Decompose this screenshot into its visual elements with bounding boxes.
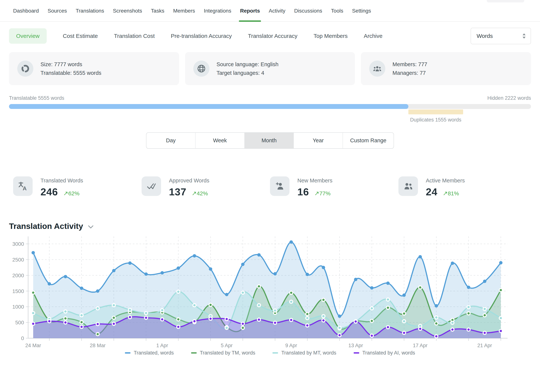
summary-card-2: Members: 777Managers: 77 xyxy=(361,52,531,85)
nav-item-sources[interactable]: Sources xyxy=(48,8,67,21)
donut-chart-icon xyxy=(17,60,33,77)
legend-swatch xyxy=(354,352,359,354)
svg-text:1 Apr: 1 Apr xyxy=(156,343,168,348)
svg-text:3000: 3000 xyxy=(12,241,24,247)
legend-item-translated-by-tm-words[interactable]: Translated by TM, words xyxy=(191,350,255,356)
duplicates-bar xyxy=(408,109,463,114)
subnav-item-translation-cost[interactable]: Translation Cost xyxy=(114,33,155,39)
legend-swatch xyxy=(272,352,278,354)
stat-growth: ↗77% xyxy=(314,190,330,197)
stat-translated-words: ATranslated Words246↗62% xyxy=(13,176,142,198)
reports-sub-navigation: OverviewCost EstimateTranslation CostPre… xyxy=(9,28,531,44)
svg-text:5 Apr: 5 Apr xyxy=(221,343,232,348)
subnav-item-top-members[interactable]: Top Members xyxy=(314,33,348,39)
globe-icon xyxy=(193,60,210,77)
nav-item-dashboard[interactable]: Dashboard xyxy=(13,8,39,21)
range-tab-custom-range[interactable]: Custom Range xyxy=(343,133,394,148)
svg-text:1000: 1000 xyxy=(12,304,24,310)
section-title: Translation Activity xyxy=(9,222,83,231)
stat-approved-words: Approved Words137↗42% xyxy=(142,176,270,198)
svg-text:2000: 2000 xyxy=(12,273,24,278)
legend-swatch xyxy=(125,352,130,354)
svg-text:28 Mar: 28 Mar xyxy=(90,343,105,348)
translation-activity-chart: 05001000150020002500300024 Mar28 Mar1 Ap… xyxy=(9,233,531,356)
nav-item-activity[interactable]: Activity xyxy=(269,8,285,21)
subnav-item-overview[interactable]: Overview xyxy=(9,28,47,44)
stat-value: 246 xyxy=(40,186,58,198)
svg-text:0: 0 xyxy=(21,335,24,341)
summary-card-text: Size: 7777 wordsTranslatable: 5555 words xyxy=(40,60,101,77)
duplicates-label: Duplicates 1555 words xyxy=(410,117,461,123)
svg-text:500: 500 xyxy=(15,320,24,325)
stat-value: 137 xyxy=(169,186,186,198)
nav-item-translations[interactable]: Translations xyxy=(76,8,104,21)
words-progress-bar xyxy=(9,104,531,109)
translate-icon: A xyxy=(13,176,33,196)
people-icon xyxy=(398,176,418,196)
growth-arrow-icon: ↗ xyxy=(314,190,319,197)
nav-item-discussions[interactable]: Discussions xyxy=(294,8,322,21)
legend-label: Translated, words xyxy=(134,350,174,356)
project-summary-cards: Size: 7777 wordsTranslatable: 5555 words… xyxy=(9,52,531,85)
range-tab-year[interactable]: Year xyxy=(294,133,343,148)
subnav-item-archive[interactable]: Archive xyxy=(364,33,382,39)
stat-value: 24 xyxy=(426,186,437,198)
nav-item-tools[interactable]: Tools xyxy=(331,8,343,21)
svg-text:A: A xyxy=(23,185,27,191)
hidden-label: Hidden 2222 words xyxy=(487,95,531,101)
svg-text:2500: 2500 xyxy=(12,257,24,263)
legend-label: Translated by AI, words xyxy=(362,350,415,356)
stat-growth: ↗81% xyxy=(443,190,459,197)
nav-item-screenshots[interactable]: Screenshots xyxy=(113,8,142,21)
legend-label: Translated by MT, words xyxy=(281,350,336,356)
activity-area-chart[interactable]: 05001000150020002500300024 Mar28 Mar1 Ap… xyxy=(9,233,531,349)
double-check-icon xyxy=(142,176,161,196)
legend-label: Translated by TM, words xyxy=(200,350,255,356)
stat-label: Active Members xyxy=(426,178,465,184)
stat-label: Translated Words xyxy=(40,178,83,184)
unit-select-value: Words xyxy=(477,33,493,39)
range-tab-day[interactable]: Day xyxy=(146,133,195,148)
stat-label: New Members xyxy=(297,178,332,184)
translatable-progress-fill xyxy=(9,104,408,109)
svg-text:1500: 1500 xyxy=(12,288,24,294)
nav-item-tasks[interactable]: Tasks xyxy=(151,8,165,21)
stat-label: Approved Words xyxy=(169,178,209,184)
nav-item-members[interactable]: Members xyxy=(173,8,195,21)
growth-arrow-icon: ↗ xyxy=(443,190,448,197)
chevron-down-icon[interactable] xyxy=(88,225,94,229)
legend-swatch xyxy=(191,352,197,354)
growth-arrow-icon: ↗ xyxy=(63,190,68,197)
legend-item-translated-words[interactable]: Translated, words xyxy=(125,350,174,356)
person-add-icon xyxy=(270,176,290,196)
svg-text:9 Apr: 9 Apr xyxy=(285,343,297,348)
subnav-item-translator-accuracy[interactable]: Translator Accuracy xyxy=(248,33,297,39)
subnav-item-pre-translation-accuracy[interactable]: Pre-translation Accuracy xyxy=(171,33,232,39)
range-tab-week[interactable]: Week xyxy=(195,133,245,148)
stat-growth: ↗62% xyxy=(63,190,80,197)
nav-item-integrations[interactable]: Integrations xyxy=(204,8,231,21)
sub-nav-items: OverviewCost EstimateTranslation CostPre… xyxy=(9,28,382,44)
select-updown-icon xyxy=(522,33,526,39)
stat-new-members: New Members16↗77% xyxy=(270,176,398,198)
stat-growth: ↗42% xyxy=(192,190,208,197)
legend-item-translated-by-mt-words[interactable]: Translated by MT, words xyxy=(272,350,336,356)
translation-activity-heading: Translation Activity xyxy=(9,222,531,231)
range-tab-month[interactable]: Month xyxy=(245,133,294,148)
summary-card-text: Source language: EnglishTarget languages… xyxy=(217,60,279,77)
subnav-item-cost-estimate[interactable]: Cost Estimate xyxy=(63,33,98,39)
period-stats-row: ATranslated Words246↗62%Approved Words13… xyxy=(13,176,527,198)
svg-text:17 Apr: 17 Apr xyxy=(413,343,428,348)
translatable-label: Translatable 5555 words xyxy=(9,95,64,101)
svg-text:24 Mar: 24 Mar xyxy=(25,343,41,348)
nav-item-reports[interactable]: Reports xyxy=(240,8,260,21)
date-range-tabs: DayWeekMonthYearCustom Range xyxy=(146,132,394,149)
summary-card-text: Members: 777Managers: 77 xyxy=(392,60,427,77)
unit-select[interactable]: Words xyxy=(471,28,531,44)
stat-value: 16 xyxy=(297,186,309,198)
nav-item-settings[interactable]: Settings xyxy=(352,8,371,21)
legend-item-translated-by-ai-words[interactable]: Translated by AI, words xyxy=(354,350,415,356)
summary-card-1: Source language: EnglishTarget languages… xyxy=(185,52,355,85)
growth-arrow-icon: ↗ xyxy=(192,190,197,197)
chart-legend: Translated, wordsTranslated by TM, words… xyxy=(9,350,531,356)
